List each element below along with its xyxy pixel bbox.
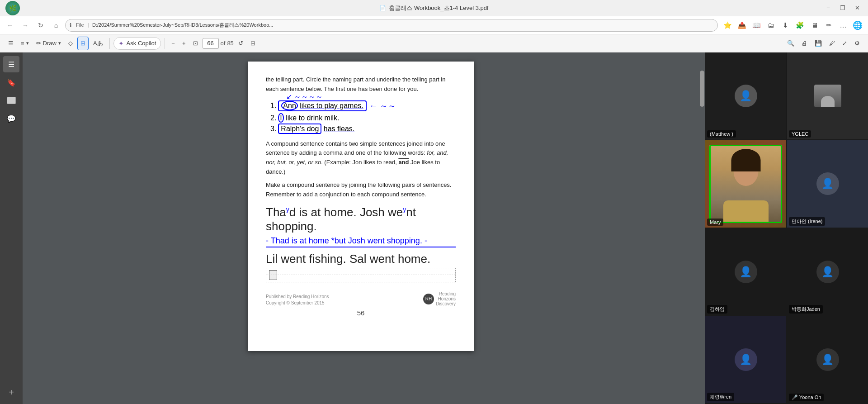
restore-button[interactable]: ❐ <box>837 3 848 14</box>
back-button[interactable]: ← <box>4 19 16 32</box>
close-button[interactable]: ✕ <box>852 3 863 14</box>
participant-wren: 👤 채령Wren <box>705 316 786 403</box>
print-button[interactable]: 🖨 <box>799 37 810 50</box>
toolbar-icons: ⭐ 📤 📖 🗂 ⬇ 🧩 🖥 ✏ … 🌐 <box>721 19 864 32</box>
draw-button[interactable]: ✏ Draw ▾ <box>33 37 64 50</box>
toolbar-separator-2 <box>165 38 165 49</box>
participant-jaden: 👤 박동화Jaden <box>787 228 868 315</box>
page-number-input[interactable]: 66 <box>203 38 219 49</box>
window-title: 📄 홈클래스 Workbook_초1-4 Level 3.pdf <box>379 4 488 12</box>
text-button[interactable]: Aあ <box>90 37 106 50</box>
sentence-1-text: Ann likes to play games. <box>278 100 366 111</box>
download-icon[interactable]: ⬇ <box>778 19 792 32</box>
fullscreen-button[interactable]: ⤢ <box>840 37 850 50</box>
highlight-button[interactable]: ≡ ▾ <box>18 37 32 50</box>
copilot-icon: ✦ <box>118 40 124 47</box>
participant-name-wren: 채령Wren <box>707 393 734 401</box>
address-input[interactable] <box>65 19 718 32</box>
pdf-scrollbar[interactable] <box>699 52 705 404</box>
more-tools-icon[interactable]: … <box>836 19 850 32</box>
fit-width-button[interactable]: ⊟ <box>248 37 258 50</box>
participant-irene: 👤 민아인 (Irene) <box>787 140 868 227</box>
sentence-1-row: ↙ ～～～～ 1. Ann likes to play games. ← ～～ <box>270 100 456 111</box>
ask-copilot-button[interactable]: ✦ Ask Copilot <box>113 37 161 50</box>
sentence-1-number: 1. <box>270 102 276 110</box>
pdf-viewer[interactable]: the telling part. Circle the naming part… <box>23 52 699 404</box>
home-button[interactable]: ⌂ <box>50 19 62 32</box>
intro-text: the telling part. Circle the naming part… <box>266 75 456 94</box>
minimize-button[interactable]: − <box>823 3 834 14</box>
title-bar: 🌿 📄 홈클래스 Workbook_초1-4 Level 3.pdf − ❐ ✕ <box>0 0 868 16</box>
page-footer: Published by Reading HorizonsCopyright ©… <box>266 291 456 306</box>
sentence3-rest: has fleas. <box>324 125 354 133</box>
eraser-button[interactable]: ◇ <box>66 37 75 50</box>
refresh-button[interactable]: ↻ <box>34 19 47 32</box>
annotation-arrow-right: ← ～～ <box>369 100 396 111</box>
sidebar-bookmarks-button[interactable]: 🔖 <box>3 74 19 90</box>
reading-mode-icon[interactable]: 📖 <box>750 19 763 32</box>
fit-page-button[interactable]: ⊡ <box>190 37 201 50</box>
participant-name-irene: 민아인 (Irene) <box>789 217 825 226</box>
toolbar-separator-1 <box>109 38 110 49</box>
pdf-icon: 📄 <box>379 5 386 11</box>
participant-name-jaden: 박동화Jaden <box>789 305 823 314</box>
page-total-label: of <box>221 40 226 47</box>
text-cursor <box>269 270 277 280</box>
select-area-button[interactable]: ⊞ <box>77 37 89 50</box>
compound-paragraph: A compound sentence contains two simple … <box>266 139 456 200</box>
sentence-2-text: I like to drink milk. <box>278 114 339 122</box>
rotate-button[interactable]: ↺ <box>236 37 246 50</box>
sidebar-thumbnails-button[interactable] <box>3 92 19 109</box>
sentence-2-row: 2. I like to drink milk. <box>270 114 456 122</box>
participant-name-yglec: YGLEC <box>789 130 811 138</box>
hw-answer1: - Thad is at home *but Josh went shoppin… <box>266 236 456 247</box>
zoom-out-button[interactable]: − <box>169 37 178 50</box>
share-icon[interactable]: 📤 <box>735 19 749 32</box>
sentence-3-row: 3. Ralph's dog has fleas. <box>270 125 456 133</box>
total-pages: 85 <box>227 40 233 47</box>
annotate-button[interactable]: 🖊 <box>826 37 838 50</box>
search-button[interactable]: 🔍 <box>784 37 797 50</box>
toggle-sidebar-button[interactable]: ☰ <box>5 37 16 50</box>
handwriting-section: Thayd is at home. Josh weynt shopping. -… <box>266 205 456 282</box>
zoom-in-button[interactable]: + <box>179 37 189 50</box>
participant-name-matthew: (Matthew ) <box>707 130 736 138</box>
page-number-display: 56 <box>266 309 456 317</box>
extensions-icon[interactable]: 🧩 <box>793 19 807 32</box>
sentence1-circle-ann: Ann likes to play games. <box>278 100 366 111</box>
settings-button[interactable]: ⚙ <box>852 37 863 50</box>
forward-button[interactable]: → <box>19 19 32 32</box>
writing-box[interactable] <box>266 268 456 282</box>
pdf-toolbar: ☰ ≡ ▾ ✏ Draw ▾ ◇ ⊞ Aあ ✦ Ask Copilot − + … <box>0 34 868 52</box>
sidebar-add-button[interactable]: + <box>3 384 19 400</box>
hw-line2: Lil went fishing. Sal went home. <box>266 252 456 266</box>
app-icon: 🌿 <box>5 1 20 15</box>
participant-matthew: 👤 (Matthew ) <box>705 52 786 139</box>
footer-publisher: Published by Reading HorizonsCopyright ©… <box>266 294 329 306</box>
scroll-thumb <box>700 71 704 107</box>
sentence-2-number: 2. <box>270 114 276 122</box>
edge-logo: 🌐 <box>851 19 864 32</box>
participants-panel: 👤 (Matthew ) YGLEC <box>705 52 868 404</box>
footer-logo: RH ReadingHorizonsDiscovery <box>423 291 456 306</box>
participant-yglec: YGLEC <box>787 52 868 139</box>
save-button[interactable]: 💾 <box>812 37 825 50</box>
screen-cast-icon[interactable]: 🖥 <box>807 19 821 32</box>
participant-name-gimhaim: 김하임 <box>707 305 727 314</box>
edge-pen-icon[interactable]: ✏ <box>822 19 835 32</box>
sidebar-comments-button[interactable]: 💬 <box>3 110 19 127</box>
sentence-3-text: Ralph's dog has fleas. <box>278 125 354 133</box>
answer-text: - Thad is at home *but Josh went shoppin… <box>266 236 456 247</box>
ann-circle: Ann <box>281 101 297 110</box>
participant-name-yoona: 🎤 Yoona Oh <box>789 394 824 401</box>
collections-icon[interactable]: 🗂 <box>764 19 778 32</box>
address-bar: ← → ↻ ⌂ ℹ File | D:/2024/Summer%20Semest… <box>0 16 868 34</box>
participant-mary: Mary <box>705 140 786 227</box>
pdf-sidebar: ☰ 🔖 💬 + <box>0 52 23 404</box>
sentence3-box: Ralph's dog <box>278 124 321 134</box>
window-controls: − ❐ ✕ <box>823 3 863 14</box>
sidebar-toggle-button[interactable]: ☰ <box>3 56 19 72</box>
yglec-video-thumb <box>814 85 841 107</box>
favorites-icon[interactable]: ⭐ <box>721 19 734 32</box>
participant-yoona: 👤 🎤 Yoona Oh <box>787 316 868 403</box>
